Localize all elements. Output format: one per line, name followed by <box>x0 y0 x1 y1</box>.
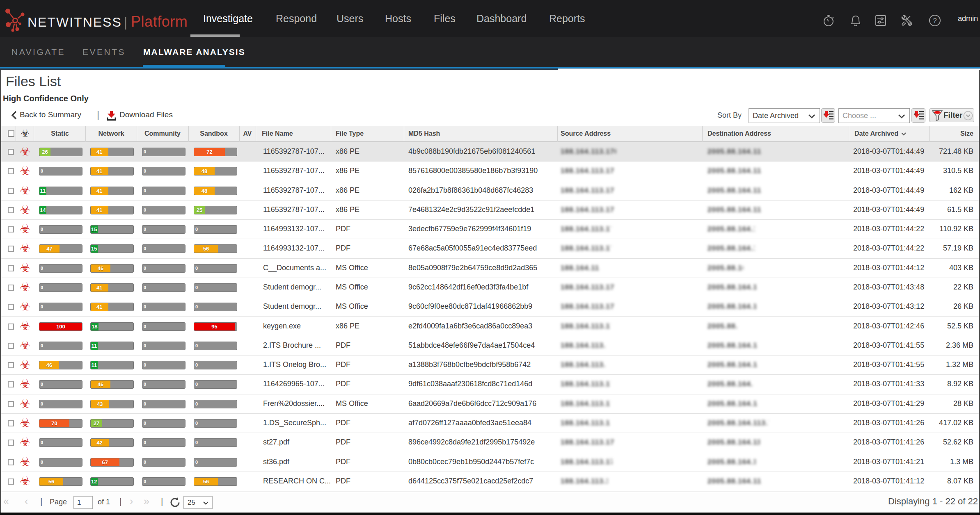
svg-text:?: ? <box>933 17 936 25</box>
